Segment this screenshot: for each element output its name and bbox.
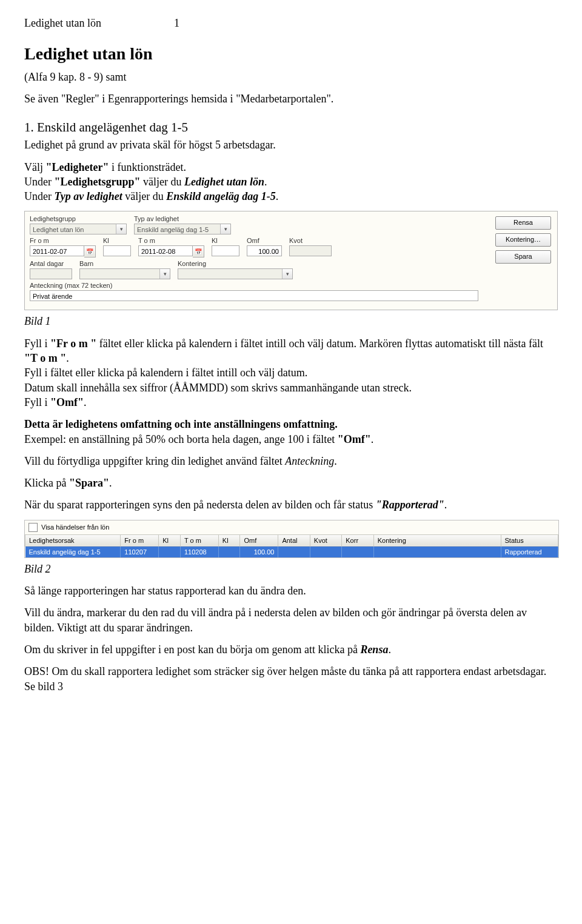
label-barn: Barn bbox=[79, 260, 170, 267]
typ-select[interactable]: Enskild angeläg dag 1-5 bbox=[134, 224, 231, 234]
th-kvot[interactable]: Kvot bbox=[310, 534, 341, 546]
section1-sub: Ledighet på grund av privata skäl för hö… bbox=[24, 139, 558, 151]
chevron-down-icon[interactable]: ▾ bbox=[282, 269, 292, 279]
section1-instr: Välj "Ledigheter" i funktionsträdet. Und… bbox=[24, 160, 558, 204]
kvot-input bbox=[289, 245, 332, 256]
anteckning-input[interactable]: Privat ärende bbox=[30, 290, 478, 301]
omf-input[interactable]: 100.00 bbox=[247, 245, 282, 256]
label-kl1: Kl bbox=[103, 237, 131, 244]
bild1-form: Rensa Kontering… Spara Ledighetsgrupp Le… bbox=[24, 211, 558, 310]
barn-select[interactable] bbox=[79, 268, 170, 279]
th-kl1[interactable]: Kl bbox=[159, 534, 181, 546]
label-anteckning: Anteckning (max 72 tecken) bbox=[30, 282, 478, 289]
visa-handelser-checkbox[interactable] bbox=[28, 523, 38, 532]
th-korr[interactable]: Korr bbox=[342, 534, 373, 546]
chevron-down-icon[interactable]: ▾ bbox=[116, 224, 126, 234]
label-kl2: Kl bbox=[212, 237, 239, 244]
label-from: Fr o m bbox=[30, 237, 96, 244]
mid-p9: När du sparat rapporteringen syns den på… bbox=[24, 497, 558, 512]
th-tom[interactable]: T o m bbox=[180, 534, 218, 546]
label-ledighetsgrupp: Ledighetsgrupp bbox=[30, 215, 127, 222]
tail-p2: Vill du ändra, markerar du den rad du vi… bbox=[24, 605, 558, 635]
mid-p7: Vill du förtydliga uppgifter kring din l… bbox=[24, 454, 558, 468]
tail-p3: Om du skriver in fel uppgifter i en post… bbox=[24, 642, 558, 657]
tail-p4: OBS! Om du skall rapportera ledighet som… bbox=[24, 664, 558, 694]
kontering-select[interactable] bbox=[178, 268, 293, 279]
ledighetsgrupp-select[interactable]: Ledighet utan lön bbox=[30, 224, 127, 234]
kl1-input[interactable] bbox=[103, 245, 131, 256]
spara-button[interactable]: Spara bbox=[495, 250, 551, 264]
bild2-table: Visa händelser från lön Ledighetsorsak F… bbox=[24, 520, 559, 558]
chevron-down-icon[interactable]: ▾ bbox=[220, 224, 230, 234]
bild1-caption: Bild 1 bbox=[24, 314, 558, 328]
visa-handelser-label: Visa händelser från lön bbox=[41, 523, 109, 531]
chevron-down-icon[interactable]: ▾ bbox=[159, 269, 170, 279]
from-input[interactable]: 2011-02-07 bbox=[30, 245, 84, 256]
label-antal: Antal dagar bbox=[30, 260, 72, 267]
calendar-icon[interactable]: 📅 bbox=[84, 245, 96, 258]
calendar-icon[interactable]: 📅 bbox=[193, 245, 204, 258]
table-header-row: Ledighetsorsak Fr o m Kl T o m Kl Omf An… bbox=[25, 534, 558, 546]
th-kl2[interactable]: Kl bbox=[218, 534, 240, 546]
rensa-button[interactable]: Rensa bbox=[495, 216, 551, 230]
mid-p5: Detta är ledighetens omfattning och inte… bbox=[24, 417, 558, 447]
kontering-button[interactable]: Kontering… bbox=[495, 233, 551, 247]
th-from[interactable]: Fr o m bbox=[121, 534, 159, 546]
th-kontering[interactable]: Kontering bbox=[373, 534, 501, 546]
mid-p1: Fyll i "Fr o m " fältet eller klicka på … bbox=[24, 336, 558, 410]
main-heading: Ledighet utan lön bbox=[24, 44, 558, 64]
antal-input bbox=[30, 268, 72, 279]
kl2-input[interactable] bbox=[212, 245, 239, 256]
label-tom: T o m bbox=[138, 237, 204, 244]
table-row[interactable]: Enskild angeläg dag 1-5 110207 110208 10… bbox=[25, 546, 558, 557]
bild2-caption: Bild 2 bbox=[24, 562, 558, 576]
label-kvot: Kvot bbox=[289, 237, 332, 244]
status-table: Ledighetsorsak Fr o m Kl T o m Kl Omf An… bbox=[25, 534, 558, 557]
intro-line1: (Alfa 9 kap. 8 - 9) samt bbox=[24, 70, 558, 84]
section1-heading: 1. Enskild angelägenhet dag 1-5 bbox=[24, 120, 558, 135]
page-header: Ledighet utan lön 1 bbox=[24, 17, 558, 30]
th-status[interactable]: Status bbox=[501, 534, 558, 546]
label-kontering: Kontering bbox=[178, 260, 293, 267]
tom-input[interactable]: 2011-02-08 bbox=[138, 245, 193, 256]
intro-line2: Se även "Regler" i Egenrapporterings hem… bbox=[24, 91, 558, 106]
doc-title: Ledighet utan lön bbox=[24, 17, 101, 30]
page-number: 1 bbox=[174, 17, 179, 30]
th-antal[interactable]: Antal bbox=[278, 534, 310, 546]
label-typ: Typ av ledighet bbox=[134, 215, 231, 222]
th-omf[interactable]: Omf bbox=[240, 534, 278, 546]
label-omf: Omf bbox=[247, 237, 282, 244]
mid-p8: Klicka på "Spara". bbox=[24, 476, 558, 490]
th-ledighetsorsak[interactable]: Ledighetsorsak bbox=[25, 534, 121, 546]
tail-p1: Så länge rapporteringen har status rappo… bbox=[24, 583, 558, 598]
